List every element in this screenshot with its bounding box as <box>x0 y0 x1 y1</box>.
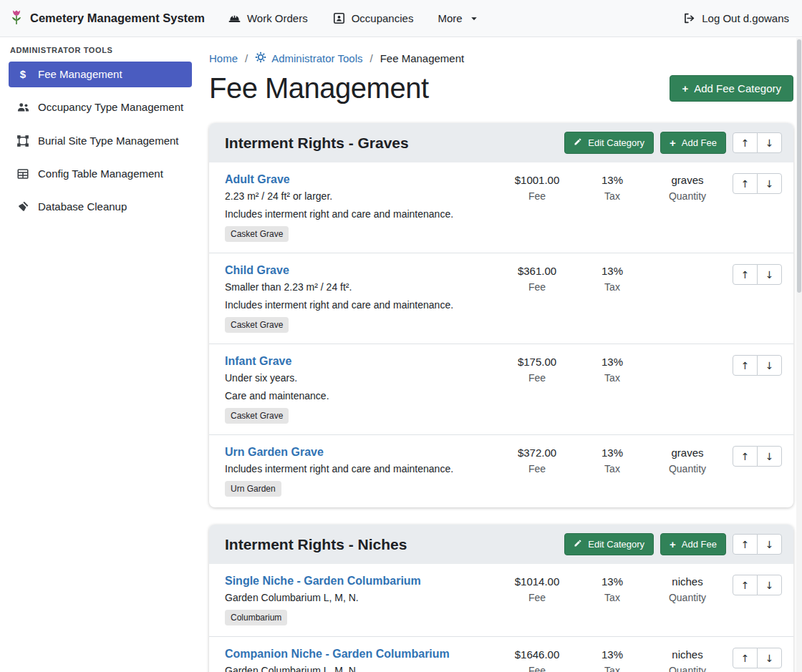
sidebar-item-config-table-management[interactable]: Config Table Management <box>9 161 192 187</box>
fee-amount-col: $1014.00 Fee <box>498 575 576 603</box>
fee-type-badge: Columbarium <box>225 610 287 625</box>
fee-quantity-label: Quantity <box>648 592 727 603</box>
breadcrumb-admin-label: Administrator Tools <box>271 52 362 64</box>
add-fee-button[interactable]: + Add Fee <box>660 132 726 154</box>
move-category-up-button[interactable]: ↑ <box>733 132 758 153</box>
category-list: Interment Rights - Graves Edit Category … <box>209 123 793 672</box>
fee-tax-col: 13% Tax <box>576 264 648 293</box>
fee-quantity-label: Quantity <box>648 463 727 474</box>
move-fee-down-button[interactable]: ↓ <box>757 173 782 194</box>
fee-tax-col: 13% Tax <box>576 648 648 672</box>
fee-name-link[interactable]: Companion Niche - Garden Columbarium <box>225 648 450 661</box>
breadcrumb-home[interactable]: Home <box>209 52 238 64</box>
dollar-icon: $ <box>16 68 30 81</box>
fee-row: Adult Grave 2.23 m² / 24 ft² or larger.I… <box>209 162 793 253</box>
move-fee-up-button[interactable]: ↑ <box>733 173 758 194</box>
fee-tax: 13% <box>576 575 648 588</box>
fee-description: Care and maintenance. <box>225 390 491 401</box>
category-title: Interment Rights - Niches <box>225 536 407 553</box>
sidebar-item-occupancy-type-management[interactable]: Occupancy Type Management <box>9 94 192 120</box>
move-fee-up-button[interactable]: ↑ <box>733 648 758 668</box>
sidebar-item-label: Database Cleanup <box>38 200 127 214</box>
move-category-down-button[interactable]: ↓ <box>757 132 782 153</box>
fee-quantity: graves <box>648 174 727 186</box>
fee-descriptions: Garden Columbarium L, M, N. <box>225 592 491 603</box>
fee-amount: $175.00 <box>498 356 576 368</box>
fee-name-link[interactable]: Urn Garden Grave <box>225 446 324 459</box>
fee-name-link[interactable]: Infant Grave <box>225 355 291 368</box>
breadcrumb-admin-tools[interactable]: Administrator Tools <box>255 52 362 65</box>
nav-work-orders[interactable]: Work Orders <box>228 11 308 25</box>
edit-category-button[interactable]: Edit Category <box>564 132 654 154</box>
fee-description: Includes interment right and care and ma… <box>225 463 491 474</box>
fee-row: Companion Niche - Garden Columbarium Gar… <box>209 636 793 672</box>
fee-quantity: graves <box>648 447 727 459</box>
sidebar-item-fee-management[interactable]: $ Fee Management <box>9 62 192 87</box>
move-category-down-button[interactable]: ↓ <box>757 534 782 555</box>
category-title: Interment Rights - Graves <box>225 135 409 152</box>
fee-tax: 13% <box>576 174 648 186</box>
fee-amount-col: $372.00 Fee <box>498 446 576 474</box>
fee-reorder-group: ↑ ↓ <box>733 575 782 595</box>
occupancy-icon <box>332 11 346 25</box>
sidebar-item-label: Occupancy Type Management <box>38 100 183 115</box>
move-fee-down-button[interactable]: ↓ <box>757 648 782 668</box>
sidebar-heading: ADMINISTRATOR TOOLS <box>0 46 200 62</box>
nav-occupancies[interactable]: Occupancies <box>332 11 414 25</box>
brand[interactable]: Cemetery Management System <box>9 8 205 29</box>
add-fee-button[interactable]: + Add Fee <box>660 533 726 555</box>
add-fee-category-button[interactable]: + Add Fee Category <box>670 75 793 102</box>
add-fee-label: Add Fee <box>682 539 717 550</box>
pencil-icon <box>574 539 582 550</box>
main-content: Home / Administrator Tools / Fee Managem… <box>200 37 802 672</box>
fee-reorder-group: ↑ ↓ <box>733 173 782 194</box>
edit-category-label: Edit Category <box>588 539 644 550</box>
fee-tax-col: 13% Tax <box>576 355 648 384</box>
category-header: Interment Rights - Graves Edit Category … <box>209 123 793 162</box>
fee-name-link[interactable]: Single Niche - Garden Columbarium <box>225 575 421 588</box>
vector-square-icon <box>16 135 30 147</box>
sidebar: ADMINISTRATOR TOOLS $ Fee Management Occ… <box>0 37 200 672</box>
move-fee-up-button[interactable]: ↑ <box>733 355 758 376</box>
fee-descriptions: 2.23 m² / 24 ft² or larger.Includes inte… <box>225 190 491 220</box>
fee-description: Smaller than 2.23 m² / 24 ft². <box>225 281 491 293</box>
fee-tax-col: 13% Tax <box>576 173 648 202</box>
move-fee-down-button[interactable]: ↓ <box>757 446 782 467</box>
page-header: Fee Management + Add Fee Category <box>209 72 793 104</box>
edit-category-button[interactable]: Edit Category <box>564 533 654 555</box>
move-fee-down-button[interactable]: ↓ <box>757 575 782 595</box>
sidebar-item-burial-site-type-management[interactable]: Burial Site Type Management <box>9 128 192 154</box>
move-category-up-button[interactable]: ↑ <box>733 534 758 555</box>
move-fee-up-button[interactable]: ↑ <box>733 575 758 595</box>
fee-description: Garden Columbarium L, M, N. <box>225 665 491 672</box>
nav-more[interactable]: More <box>438 12 478 24</box>
fee-list: Adult Grave 2.23 m² / 24 ft² or larger.I… <box>209 162 793 507</box>
sidebar-item-label: Burial Site Type Management <box>38 134 179 148</box>
scrollbar[interactable] <box>796 38 802 672</box>
chevron-down-icon <box>470 14 478 23</box>
scrollbar-thumb[interactable] <box>797 39 801 293</box>
logout-link[interactable]: Log Out d.gowans <box>682 11 789 25</box>
move-fee-down-button[interactable]: ↓ <box>757 355 782 376</box>
fee-type-badge: Casket Grave <box>225 317 289 333</box>
fee-amount-label: Fee <box>498 665 576 672</box>
fee-type-badge: Casket Grave <box>225 226 289 242</box>
move-fee-down-button[interactable]: ↓ <box>757 264 782 285</box>
hard-hat-icon <box>228 11 241 25</box>
fee-amount-col: $175.00 Fee <box>498 355 576 384</box>
fee-name-link[interactable]: Child Grave <box>225 264 289 277</box>
gear-icon <box>255 52 266 65</box>
fee-quantity-label: Quantity <box>648 190 727 202</box>
breadcrumb-current: Fee Management <box>380 52 465 64</box>
fee-main: Urn Garden Grave Includes interment righ… <box>225 446 498 497</box>
plus-icon: + <box>682 83 688 94</box>
category-reorder-group: ↑ ↓ <box>733 534 782 555</box>
fee-category-card: Interment Rights - Graves Edit Category … <box>209 123 793 507</box>
plus-icon: + <box>670 539 676 550</box>
sidebar-item-database-cleanup[interactable]: Database Cleanup <box>9 194 192 220</box>
fee-category-card: Interment Rights - Niches Edit Category … <box>209 525 793 672</box>
move-fee-up-button[interactable]: ↑ <box>733 446 758 467</box>
fee-name-link[interactable]: Adult Grave <box>225 173 290 186</box>
fee-description: 2.23 m² / 24 ft² or larger. <box>225 190 491 202</box>
move-fee-up-button[interactable]: ↑ <box>733 264 758 285</box>
